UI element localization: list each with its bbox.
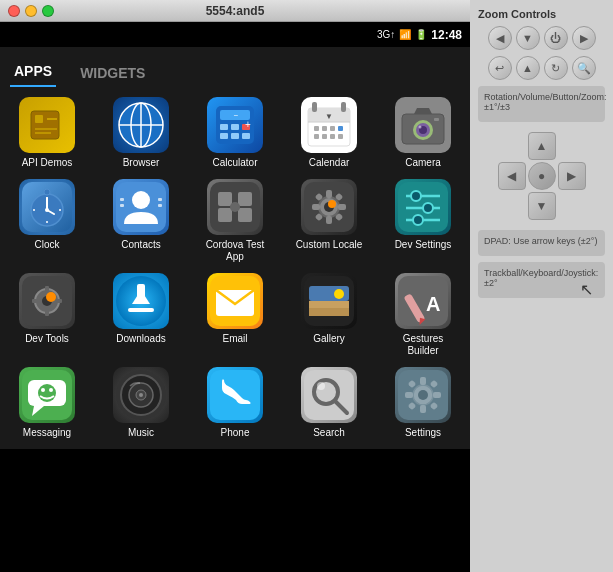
btn-prev[interactable]: ◀: [488, 26, 512, 50]
app-label-downloads: Downloads: [116, 333, 165, 345]
svg-rect-62: [218, 208, 232, 222]
btn-rotate[interactable]: ↻: [544, 56, 568, 80]
dpad-empty-tl: [498, 132, 526, 160]
svg-point-81: [423, 203, 433, 213]
section2-title: DPAD: Use arrow keys (±2°): [484, 236, 599, 246]
svg-rect-130: [433, 392, 441, 398]
svg-rect-15: [220, 133, 228, 139]
app-icon-cordova: [207, 179, 263, 235]
app-calendar[interactable]: ▼ Calendar: [287, 97, 371, 169]
svg-point-64: [230, 202, 240, 212]
app-grid: API Demos Browser: [0, 87, 470, 449]
app-cordova[interactable]: Cordova Test App: [193, 179, 277, 263]
app-calculator[interactable]: − + Calculator: [193, 97, 277, 169]
svg-rect-55: [120, 198, 124, 201]
status-icons: 3G↑ 📶 🔋 12:48: [377, 28, 462, 42]
svg-point-118: [139, 393, 143, 397]
maximize-button[interactable]: [42, 5, 54, 17]
btn-next[interactable]: ▶: [572, 26, 596, 50]
app-messaging[interactable]: Messaging: [5, 367, 89, 439]
svg-rect-17: [242, 133, 250, 139]
app-label-contacts: Contacts: [121, 239, 160, 251]
dpad-up[interactable]: ▲: [528, 132, 556, 160]
app-api-demos[interactable]: API Demos: [5, 97, 89, 169]
app-custom-locale[interactable]: Custom Locale: [287, 179, 371, 263]
svg-rect-127: [420, 377, 426, 385]
battery-icon: 🔋: [415, 29, 427, 40]
app-label-music: Music: [128, 427, 154, 439]
android-screen: 3G↑ 📶 🔋 12:48 APPS WIDGETS API Demos: [0, 22, 470, 572]
svg-rect-16: [231, 133, 239, 139]
app-label-gestures: Gestures Builder: [388, 333, 458, 357]
svg-rect-61: [238, 192, 252, 206]
app-email[interactable]: Email: [193, 273, 277, 357]
dpad: ▲ ◀ ● ▶ ▼: [498, 132, 586, 220]
dpad-down[interactable]: ▼: [528, 192, 556, 220]
app-icon-messaging: [19, 367, 75, 423]
svg-rect-27: [314, 126, 319, 131]
app-label-settings: Settings: [405, 427, 441, 439]
svg-point-91: [46, 292, 56, 302]
close-button[interactable]: [8, 5, 20, 17]
app-label-dev-tools: Dev Tools: [25, 333, 69, 345]
dpad-right[interactable]: ▶: [558, 162, 586, 190]
svg-rect-71: [338, 204, 346, 210]
svg-rect-34: [338, 134, 343, 139]
svg-text:+: +: [245, 119, 251, 130]
app-icon-phone: [207, 367, 263, 423]
btn-power[interactable]: ⏻: [544, 26, 568, 50]
tab-apps[interactable]: APPS: [10, 55, 56, 87]
svg-rect-70: [312, 204, 320, 210]
svg-point-76: [328, 200, 336, 208]
app-browser[interactable]: Browser: [99, 97, 183, 169]
svg-rect-129: [405, 392, 413, 398]
svg-point-123: [317, 382, 325, 390]
app-icon-calculator: − +: [207, 97, 263, 153]
svg-point-112: [41, 388, 45, 392]
svg-rect-56: [120, 204, 124, 207]
app-label-cordova: Cordova Test App: [200, 239, 270, 263]
dpad-center[interactable]: ●: [528, 162, 556, 190]
app-downloads[interactable]: Downloads: [99, 273, 183, 357]
tab-widgets[interactable]: WIDGETS: [76, 57, 149, 87]
app-search[interactable]: Search: [287, 367, 371, 439]
app-camera[interactable]: lens Camera: [381, 97, 465, 169]
control-row-2: ↩ ▲ ↻ 🔍: [488, 56, 596, 80]
control-row-1: ◀ ▼ ⏻ ▶: [488, 26, 596, 50]
app-contacts[interactable]: Contacts: [99, 179, 183, 263]
app-label-phone: Phone: [221, 427, 250, 439]
window-title: 5554:and5: [206, 4, 265, 18]
svg-rect-128: [420, 405, 426, 413]
app-dev-settings[interactable]: Dev Settings: [381, 179, 465, 263]
app-gestures[interactable]: A Gestures Builder: [381, 273, 465, 357]
app-icon-camera: lens: [395, 97, 451, 153]
svg-text:A: A: [426, 293, 440, 315]
app-icon-music: [113, 367, 169, 423]
dpad-empty-tr: [558, 132, 586, 160]
svg-rect-13: [231, 124, 239, 130]
svg-rect-58: [158, 204, 162, 207]
app-dev-tools[interactable]: Dev Tools: [5, 273, 89, 357]
app-gallery[interactable]: Gallery: [287, 273, 371, 357]
svg-rect-87: [45, 286, 49, 292]
app-label-dev-settings: Dev Settings: [395, 239, 452, 251]
btn-vol-up[interactable]: ▲: [516, 56, 540, 80]
btn-vol-down[interactable]: ▼: [516, 26, 540, 50]
minimize-button[interactable]: [25, 5, 37, 17]
app-clock[interactable]: Clock: [5, 179, 89, 263]
app-phone[interactable]: Phone: [193, 367, 277, 439]
app-settings[interactable]: Settings: [381, 367, 465, 439]
btn-zoom[interactable]: 🔍: [572, 56, 596, 80]
svg-rect-94: [137, 284, 145, 302]
app-tabs: APPS WIDGETS: [0, 47, 470, 87]
app-icon-clock: [19, 179, 75, 235]
app-label-search: Search: [313, 427, 345, 439]
svg-rect-68: [326, 190, 332, 198]
btn-back[interactable]: ↩: [488, 56, 512, 80]
svg-rect-1: [35, 115, 43, 123]
svg-rect-33: [330, 134, 335, 139]
dpad-left[interactable]: ◀: [498, 162, 526, 190]
app-label-clock: Clock: [34, 239, 59, 251]
panel-section-1: Rotation/Volume/Button/Zoom: ±1°/±3: [478, 86, 605, 122]
app-music[interactable]: Music: [99, 367, 183, 439]
